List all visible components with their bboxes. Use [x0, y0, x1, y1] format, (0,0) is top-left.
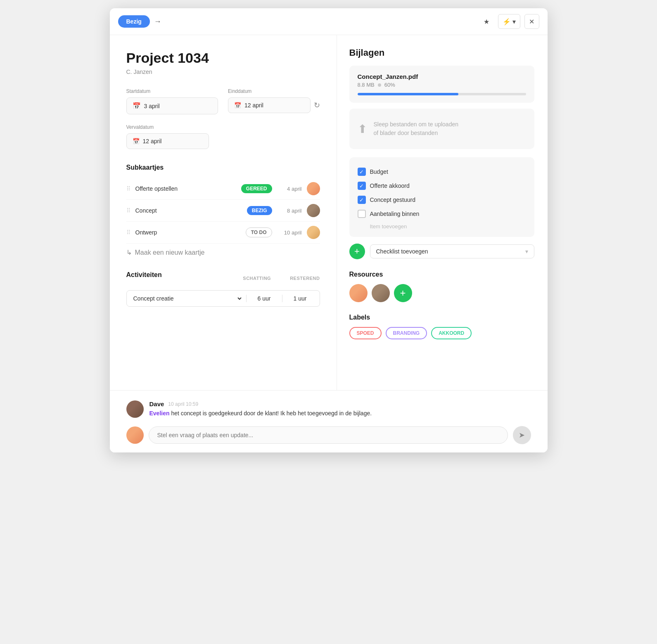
- send-button[interactable]: ➤: [513, 426, 531, 444]
- status-badge[interactable]: TO DO: [246, 227, 272, 237]
- resterend-input[interactable]: [286, 295, 315, 302]
- add-checklist-placeholder: Checklist toevoegen: [376, 248, 428, 255]
- modal-container: Bezig → ★ ⚡ ▾ ✕ Project 1034 C. Janzen: [110, 8, 548, 452]
- upload-dropzone[interactable]: ⬆ Sleep bestanden om te uploaden of blad…: [349, 109, 534, 149]
- startdatum-input[interactable]: 📅 3 april: [126, 97, 218, 114]
- checkbox-offerte[interactable]: ✓: [358, 182, 366, 190]
- new-card-icon: ↳: [126, 249, 132, 256]
- activiteiten-header: Activiteiten SCHATTING RESTEREND: [126, 271, 320, 285]
- subkaartjes-title: Subkaartjes: [126, 164, 320, 171]
- chevron-down-icon: ▾: [525, 248, 528, 255]
- add-checklist-row: + Checklist toevoegen ▾: [349, 244, 534, 259]
- file-name: Concept_Janzen.pdf: [358, 73, 526, 80]
- progress-bar-fill: [358, 93, 459, 95]
- label-akkoord[interactable]: AKKOORD: [431, 327, 472, 339]
- avatar: [307, 182, 320, 195]
- subcard-name: Ontwerp: [135, 229, 241, 236]
- comment-input[interactable]: [149, 426, 508, 444]
- comment-mention: Evelien: [149, 410, 170, 417]
- add-checklist-input[interactable]: Checklist toevoegen ▾: [370, 244, 534, 258]
- drag-icon[interactable]: ⠿: [126, 229, 130, 236]
- table-row: ⠿ Ontwerp TO DO 10 april: [126, 222, 320, 244]
- comment-item: Dave 10 april 10:59 Evelien het concept …: [126, 400, 531, 418]
- comment-input-row: ➤: [126, 426, 531, 444]
- drag-icon[interactable]: ⠿: [126, 207, 130, 214]
- star-icon: ★: [484, 18, 489, 26]
- comment-user-avatar: [126, 426, 144, 444]
- startdatum-field: Startdatum 📅 3 april: [126, 88, 218, 114]
- vervaldatum-row: Vervaldatum 📅 12 april: [126, 124, 320, 149]
- comment-body: Dave 10 april 10:59 Evelien het concept …: [149, 400, 531, 418]
- subcard-name: Offerte opstellen: [135, 185, 236, 192]
- progress-bar: [358, 93, 526, 95]
- label-branding[interactable]: BRANDING: [386, 327, 427, 339]
- checkbox-concept[interactable]: ✓: [358, 196, 366, 204]
- drag-icon[interactable]: ⠿: [126, 185, 130, 192]
- status-badge[interactable]: BEZIG: [247, 206, 272, 215]
- comment-message: het concept is goedgekeurd door de klant…: [170, 410, 372, 417]
- resources-row: +: [349, 284, 534, 302]
- add-checklist-button[interactable]: +: [349, 244, 365, 259]
- comment-time: 10 april 10:59: [168, 401, 198, 407]
- arrow-button[interactable]: →: [154, 17, 161, 26]
- upload-text: Sleep bestanden om te uploaden of blader…: [374, 120, 459, 137]
- right-panel: Bijlagen Concept_Janzen.pdf 8.8 MB 60% ⬆…: [337, 35, 548, 390]
- subcard-date: 8 april: [277, 208, 302, 214]
- schatting-input[interactable]: [250, 295, 279, 302]
- resource-avatar-1: [349, 284, 368, 302]
- star-button[interactable]: ★: [479, 14, 494, 29]
- file-meta: 8.8 MB 60%: [358, 82, 526, 88]
- new-card-link[interactable]: ↳ Maak een nieuw kaartje: [126, 249, 320, 256]
- subcard-date: 10 april: [277, 230, 302, 236]
- add-resource-button[interactable]: +: [394, 284, 412, 302]
- resources-title: Resources: [349, 271, 534, 278]
- einddatum-field: Einddatum 📅 12 april ↻: [228, 88, 320, 114]
- col-resterend: RESTEREND: [290, 276, 320, 281]
- resources-section: Resources +: [349, 271, 534, 302]
- main-content: Project 1034 C. Janzen Startdatum 📅 3 ap…: [110, 35, 548, 390]
- einddatum-row: 📅 12 april ↻: [228, 97, 320, 113]
- list-item: ✓ Budget: [358, 165, 526, 179]
- project-subtitle: C. Janzen: [126, 69, 320, 75]
- activity-select[interactable]: Concept creatie: [132, 295, 243, 302]
- calendar-icon: 📅: [133, 102, 141, 110]
- close-button[interactable]: ✕: [524, 14, 539, 29]
- avatar: [307, 204, 320, 217]
- project-title: Project 1034: [126, 50, 320, 66]
- status-badge[interactable]: GEREED: [241, 184, 272, 193]
- lightning-icon: ⚡: [503, 18, 511, 26]
- checkbox-budget[interactable]: ✓: [358, 168, 366, 176]
- send-icon: ➤: [519, 431, 525, 440]
- activiteiten-section: Activiteiten SCHATTING RESTEREND Concept…: [126, 271, 320, 307]
- checklist-label: Concept gestuurd: [370, 197, 416, 203]
- comment-avatar: [126, 400, 144, 418]
- startdatum-value: 3 april: [144, 103, 160, 109]
- upload-icon: ⬆: [358, 122, 367, 136]
- checklist-card: ✓ Budget ✓ Offerte akkoord ✓ Concept ges…: [349, 157, 534, 237]
- checklist-add[interactable]: Item toevoegen: [358, 221, 526, 230]
- label-spoed[interactable]: SPOED: [349, 327, 382, 339]
- comment-author: Dave: [149, 400, 164, 407]
- subkaartjes-section: Subkaartjes ⠿ Offerte opstellen GEREED 4…: [126, 164, 320, 256]
- activity-row: Concept creatie: [126, 290, 320, 307]
- checklist-label: Aanbetaling binnen: [370, 211, 420, 217]
- col-schatting: SCHATTING: [243, 276, 271, 281]
- checklist-label: Offerte akkoord: [370, 182, 410, 189]
- dates-row: Startdatum 📅 3 april Einddatum 📅 12 apri…: [126, 88, 320, 114]
- table-row: ⠿ Offerte opstellen GEREED 4 april: [126, 178, 320, 200]
- vervaldatum-input[interactable]: 📅 12 april: [126, 133, 209, 149]
- checkbox-aanbetaling[interactable]: [358, 210, 366, 218]
- activiteiten-cols: SCHATTING RESTEREND: [243, 276, 320, 281]
- topbar: Bezig → ★ ⚡ ▾ ✕: [110, 8, 548, 35]
- einddatum-input[interactable]: 📅 12 april: [228, 97, 311, 113]
- upload-text-line1: Sleep bestanden om te uploaden: [374, 120, 459, 129]
- labels-title: Labels: [349, 314, 534, 321]
- topbar-left: Bezig →: [118, 15, 161, 28]
- activiteiten-title: Activiteiten: [126, 271, 162, 279]
- separator-dot: [378, 83, 381, 87]
- vervaldatum-label: Vervaldatum: [126, 124, 320, 130]
- lightning-button[interactable]: ⚡ ▾: [498, 14, 520, 29]
- comment-section: Dave 10 april 10:59 Evelien het concept …: [110, 390, 548, 452]
- refresh-button[interactable]: ↻: [314, 101, 320, 110]
- status-button[interactable]: Bezig: [118, 15, 150, 28]
